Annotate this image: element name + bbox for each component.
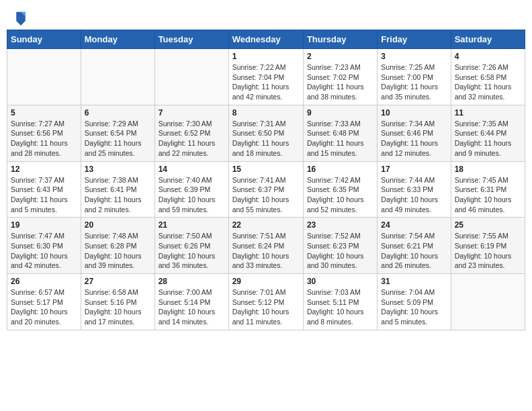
calendar-cell: 17Sunrise: 7:44 AM Sunset: 6:33 PM Dayli… [378,161,451,218]
calendar-cell: 15Sunrise: 7:41 AM Sunset: 6:37 PM Dayli… [228,161,303,218]
calendar-cell: 10Sunrise: 7:34 AM Sunset: 6:46 PM Dayli… [378,105,451,161]
calendar-week-row: 19Sunrise: 7:47 AM Sunset: 6:30 PM Dayli… [7,218,525,274]
day-header-friday: Friday [378,30,451,49]
cell-date: 14 [159,165,225,174]
cell-date: 28 [159,277,225,286]
calendar-cell: 20Sunrise: 7:48 AM Sunset: 6:28 PM Dayli… [81,218,154,274]
calendar-cell: 13Sunrise: 7:38 AM Sunset: 6:41 PM Dayli… [81,161,154,218]
cell-date: 10 [381,108,447,118]
cell-info: Sunrise: 7:38 AM Sunset: 6:41 PM Dayligh… [85,175,151,215]
cell-date: 17 [381,165,447,174]
cell-date: 7 [159,108,225,118]
cell-date: 22 [232,220,300,230]
cell-info: Sunrise: 7:29 AM Sunset: 6:54 PM Dayligh… [85,119,151,158]
cell-info: Sunrise: 7:55 AM Sunset: 6:19 PM Dayligh… [455,231,521,271]
cell-date: 11 [455,108,521,118]
calendar-cell: 11Sunrise: 7:35 AM Sunset: 6:44 PM Dayli… [451,105,525,161]
cell-date: 24 [381,220,447,230]
calendar-cell: 19Sunrise: 7:47 AM Sunset: 6:30 PM Dayli… [7,218,81,274]
cell-info: Sunrise: 7:47 AM Sunset: 6:30 PM Dayligh… [11,231,77,271]
calendar-week-row: 12Sunrise: 7:37 AM Sunset: 6:43 PM Dayli… [7,161,525,218]
cell-info: Sunrise: 7:48 AM Sunset: 6:28 PM Dayligh… [85,231,151,271]
cell-date: 1 [232,52,300,61]
logo [13,12,30,26]
cell-info: Sunrise: 7:51 AM Sunset: 6:24 PM Dayligh… [232,231,300,271]
cell-info: Sunrise: 6:58 AM Sunset: 5:16 PM Dayligh… [85,287,151,327]
cell-date: 6 [85,108,151,118]
cell-info: Sunrise: 7:31 AM Sunset: 6:50 PM Dayligh… [232,119,300,158]
cell-info: Sunrise: 7:45 AM Sunset: 6:31 PM Dayligh… [455,175,521,215]
cell-date: 3 [381,52,447,61]
cell-date: 13 [85,165,151,174]
cell-info: Sunrise: 7:00 AM Sunset: 5:14 PM Dayligh… [159,287,225,327]
calendar-cell: 21Sunrise: 7:50 AM Sunset: 6:26 PM Dayli… [154,218,228,274]
calendar-cell: 27Sunrise: 6:58 AM Sunset: 5:16 PM Dayli… [81,274,154,330]
cell-info: Sunrise: 7:54 AM Sunset: 6:21 PM Dayligh… [381,231,447,271]
calendar-week-row: 26Sunrise: 6:57 AM Sunset: 5:17 PM Dayli… [7,274,525,330]
cell-info: Sunrise: 7:34 AM Sunset: 6:46 PM Dayligh… [381,119,447,158]
calendar-cell: 3Sunrise: 7:25 AM Sunset: 7:00 PM Daylig… [378,49,451,105]
cell-date: 29 [232,277,300,286]
calendar-cell: 29Sunrise: 7:01 AM Sunset: 5:12 PM Dayli… [228,274,303,330]
cell-info: Sunrise: 7:22 AM Sunset: 7:04 PM Dayligh… [232,62,300,102]
calendar-cell: 31Sunrise: 7:04 AM Sunset: 5:09 PM Dayli… [378,274,451,330]
cell-date: 4 [455,52,521,61]
calendar-cell [7,49,81,105]
calendar-cell: 25Sunrise: 7:55 AM Sunset: 6:19 PM Dayli… [451,218,525,274]
cell-info: Sunrise: 7:04 AM Sunset: 5:09 PM Dayligh… [381,287,447,327]
calendar-cell: 16Sunrise: 7:42 AM Sunset: 6:35 PM Dayli… [303,161,377,218]
cell-date: 21 [159,220,225,230]
cell-info: Sunrise: 7:01 AM Sunset: 5:12 PM Dayligh… [232,287,300,327]
calendar-cell: 7Sunrise: 7:30 AM Sunset: 6:52 PM Daylig… [154,105,228,161]
day-header-sunday: Sunday [7,30,81,49]
cell-info: Sunrise: 7:30 AM Sunset: 6:52 PM Dayligh… [159,119,225,158]
calendar-header-row: SundayMondayTuesdayWednesdayThursdayFrid… [7,30,525,49]
cell-info: Sunrise: 7:23 AM Sunset: 7:02 PM Dayligh… [307,62,373,102]
cell-date: 27 [85,277,151,286]
cell-info: Sunrise: 7:35 AM Sunset: 6:44 PM Dayligh… [455,119,521,158]
calendar-cell: 5Sunrise: 7:27 AM Sunset: 6:56 PM Daylig… [7,105,81,161]
calendar-cell: 4Sunrise: 7:26 AM Sunset: 6:58 PM Daylig… [451,49,525,105]
calendar-cell: 9Sunrise: 7:33 AM Sunset: 6:48 PM Daylig… [303,105,377,161]
calendar-cell: 28Sunrise: 7:00 AM Sunset: 5:14 PM Dayli… [154,274,228,330]
cell-date: 5 [11,108,77,118]
cell-date: 19 [11,220,77,230]
day-header-thursday: Thursday [303,30,377,49]
calendar-cell: 18Sunrise: 7:45 AM Sunset: 6:31 PM Dayli… [451,161,525,218]
cell-date: 30 [307,277,373,286]
cell-info: Sunrise: 7:50 AM Sunset: 6:26 PM Dayligh… [159,231,225,271]
calendar-cell [451,274,525,330]
calendar-cell: 22Sunrise: 7:51 AM Sunset: 6:24 PM Dayli… [228,218,303,274]
cell-date: 15 [232,165,300,174]
calendar-cell: 6Sunrise: 7:29 AM Sunset: 6:54 PM Daylig… [81,105,154,161]
calendar-cell: 23Sunrise: 7:52 AM Sunset: 6:23 PM Dayli… [303,218,377,274]
cell-info: Sunrise: 7:25 AM Sunset: 7:00 PM Dayligh… [381,62,447,102]
calendar-cell: 8Sunrise: 7:31 AM Sunset: 6:50 PM Daylig… [228,105,303,161]
cell-date: 9 [307,108,373,118]
cell-info: Sunrise: 7:44 AM Sunset: 6:33 PM Dayligh… [381,175,447,215]
cell-info: Sunrise: 7:03 AM Sunset: 5:11 PM Dayligh… [307,287,373,327]
cell-date: 26 [11,277,77,286]
day-header-tuesday: Tuesday [154,30,228,49]
cell-date: 16 [307,165,373,174]
calendar-cell: 12Sunrise: 7:37 AM Sunset: 6:43 PM Dayli… [7,161,81,218]
calendar-cell: 24Sunrise: 7:54 AM Sunset: 6:21 PM Dayli… [378,218,451,274]
calendar-cell: 30Sunrise: 7:03 AM Sunset: 5:11 PM Dayli… [303,274,377,330]
cell-date: 18 [455,165,521,174]
cell-date: 2 [307,52,373,61]
cell-info: Sunrise: 7:42 AM Sunset: 6:35 PM Dayligh… [307,175,373,215]
calendar-week-row: 5Sunrise: 7:27 AM Sunset: 6:56 PM Daylig… [7,105,525,161]
calendar-cell: 26Sunrise: 6:57 AM Sunset: 5:17 PM Dayli… [7,274,81,330]
cell-info: Sunrise: 6:57 AM Sunset: 5:17 PM Dayligh… [11,287,77,327]
cell-date: 31 [381,277,447,286]
calendar-cell: 1Sunrise: 7:22 AM Sunset: 7:04 PM Daylig… [228,49,303,105]
cell-info: Sunrise: 7:26 AM Sunset: 6:58 PM Dayligh… [455,62,521,102]
calendar-cell: 2Sunrise: 7:23 AM Sunset: 7:02 PM Daylig… [303,49,377,105]
cell-info: Sunrise: 7:41 AM Sunset: 6:37 PM Dayligh… [232,175,300,215]
page-header [7,7,525,30]
cell-date: 8 [232,108,300,118]
cell-date: 25 [455,220,521,230]
cell-info: Sunrise: 7:37 AM Sunset: 6:43 PM Dayligh… [11,175,77,215]
day-header-monday: Monday [81,30,154,49]
calendar-week-row: 1Sunrise: 7:22 AM Sunset: 7:04 PM Daylig… [7,49,525,105]
